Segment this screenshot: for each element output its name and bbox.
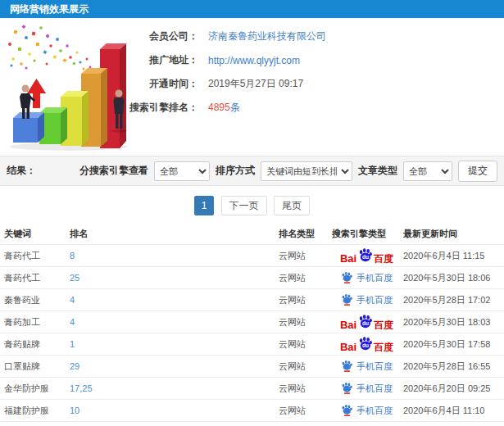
baidu-mobile-label: 手机百度 (356, 383, 393, 395)
rank-link[interactable]: 4 (70, 317, 279, 327)
next-page-button[interactable]: 下一页 (221, 196, 267, 215)
filter-controls: 分搜索引擎查看 全部 排序方式 关键词由短到长排序 文章类型 全部 提交 (79, 161, 497, 182)
keyword-cell: 膏药贴牌 (0, 338, 70, 351)
rank-type-cell: 云网站 (279, 338, 332, 351)
submit-button[interactable]: 提交 (458, 161, 497, 182)
table-row: 膏药代工 8 云网站 Baidu百度 2020年6月4日 11:15 (0, 244, 504, 266)
baidu-logo-cn-text: 百度 (374, 254, 393, 264)
table-row: 膏药代工 25 云网站 手机百度 2020年5月30日 18:06 (0, 266, 504, 288)
baidu-mobile-badge: 手机百度 (341, 271, 393, 285)
rank-link[interactable]: 4 (70, 295, 279, 305)
search-engine-cell: 手机百度 (332, 404, 402, 418)
updated-time-cell: 2020年6月4日 11:15 (402, 250, 504, 262)
rank-count-label: 搜索引擎排名： (0, 101, 198, 115)
table-row: 口罩贴牌 29 云网站 手机百度 2020年5月28日 16:55 (0, 355, 504, 377)
baidu-mobile-paw-icon (341, 271, 353, 285)
keyword-cell: 膏药加工 (0, 316, 70, 329)
rank-count-number: 4895 (208, 102, 230, 113)
keyword-cell: 膏药代工 (0, 272, 70, 284)
open-time-label: 开通时间： (0, 77, 198, 91)
rank-type-cell: 云网站 (279, 360, 332, 373)
page-title-bar: 网络营销效果展示 (0, 0, 504, 18)
svg-text:du: du (362, 320, 369, 326)
page-1-button[interactable]: 1 (194, 196, 214, 215)
promo-url-label: 推广地址： (0, 53, 198, 67)
baidu-paw-icon: du (357, 314, 373, 330)
article-type-select[interactable]: 全部 (403, 161, 452, 181)
search-engine-cell: 手机百度 (332, 360, 402, 374)
search-engine-cell: Baidu百度 (332, 336, 402, 352)
table-row: 膏药贴牌 1 云网站 Baidu百度 2020年5月30日 17:58 (0, 333, 504, 355)
search-engine-cell: 手机百度 (332, 293, 402, 307)
baidu-mobile-badge: 手机百度 (341, 360, 393, 374)
table-row: 手机百度 (0, 421, 504, 426)
rank-link[interactable]: 8 (70, 251, 279, 261)
rank-type-cell: 云网站 (279, 272, 332, 284)
info-row-open-time: 开通时间： 2019年5月27日 09:17 (0, 72, 504, 96)
sort-filter-select[interactable]: 关键词由短到长排序 (261, 161, 352, 181)
keyword-cell: 福建防护服 (0, 405, 70, 417)
baidu-logo-cn-text: 百度 (374, 342, 393, 352)
updated-time-cell: 2020年6月20日 09:25 (402, 383, 504, 395)
rank-link[interactable]: 17,25 (70, 383, 279, 393)
filter-bar: 结果： 分搜索引擎查看 全部 排序方式 关键词由短到长排序 文章类型 全部 提交 (0, 156, 504, 186)
rank-count-unit: 条 (230, 102, 240, 113)
rank-link[interactable]: 1 (70, 339, 279, 349)
company-link[interactable]: 济南秦鲁药业科技有限公司 (208, 29, 326, 43)
engine-filter-label: 分搜索引擎查看 (79, 164, 148, 178)
info-row-company: 会员公司： 济南秦鲁药业科技有限公司 (0, 25, 504, 48)
header-keyword: 关键词 (0, 228, 70, 240)
baidu-logo-bai-text: Bai (340, 253, 356, 264)
updated-time-cell: 2020年5月30日 17:58 (402, 338, 504, 351)
rank-link[interactable]: 29 (70, 361, 279, 371)
rank-type-cell: 云网站 (279, 250, 332, 262)
rank-type-cell: 云网站 (279, 316, 332, 329)
svg-text:du: du (362, 254, 369, 260)
baidu-mobile-paw-icon (341, 404, 353, 418)
baidu-paw-icon: du (357, 247, 373, 264)
table-header-row: 关键词 排名 排名类型 搜索引擎类型 最新更新时间 (0, 224, 504, 244)
search-engine-cell: Baidu百度 (332, 314, 402, 330)
header-engine-type: 搜索引擎类型 (332, 228, 402, 240)
table-row: 金华防护服 17,25 云网站 手机百度 2020年6月20日 09:25 (0, 377, 504, 399)
table-row: 福建防护服 10 云网站 手机百度 2020年6月4日 11:10 (0, 399, 504, 421)
header-updated: 最新更新时间 (402, 228, 504, 240)
rank-type-cell: 云网站 (279, 294, 332, 306)
promo-url-link[interactable]: http://www.qlyyjt.com (208, 55, 300, 66)
baidu-pc-logo: Baidu百度 (340, 247, 393, 264)
info-row-rank-count: 搜索引擎排名： 4895条 (0, 96, 504, 120)
table-row: 膏药加工 4 云网站 Baidu百度 2020年5月30日 18:03 (0, 310, 504, 333)
keyword-cell: 金华防护服 (0, 383, 70, 395)
table-body: 膏药代工 8 云网站 Baidu百度 2020年6月4日 11:15 膏药代工 … (0, 244, 504, 426)
header-rank-type: 排名类型 (279, 228, 332, 240)
baidu-mobile-label: 手机百度 (356, 405, 393, 417)
pagination: 1 下一页 尾页 (0, 196, 504, 215)
updated-time-cell: 2020年5月30日 18:06 (402, 272, 504, 284)
open-time-value: 2019年5月27日 09:17 (208, 77, 303, 91)
member-info-section: 会员公司： 济南秦鲁药业科技有限公司 推广地址： http://www.qlyy… (0, 18, 504, 156)
rank-link[interactable]: 10 (70, 406, 279, 415)
rank-link[interactable]: 25 (70, 273, 279, 283)
baidu-pc-logo: Baidu百度 (340, 314, 393, 330)
baidu-mobile-label: 手机百度 (356, 272, 393, 284)
info-row-url: 推广地址： http://www.qlyyjt.com (0, 48, 504, 72)
last-page-button[interactable]: 尾页 (274, 196, 310, 215)
engine-filter-select[interactable]: 全部 (154, 161, 210, 181)
svg-text:du: du (362, 342, 369, 348)
search-engine-cell: 手机百度 (332, 271, 402, 285)
baidu-mobile-paw-icon (341, 382, 353, 396)
company-label: 会员公司： (0, 29, 198, 43)
updated-time-cell: 2020年5月30日 18:03 (402, 316, 504, 329)
updated-time-cell: 2020年6月4日 11:10 (402, 405, 504, 417)
baidu-logo-cn-text: 百度 (374, 320, 393, 330)
baidu-mobile-paw-icon (341, 360, 353, 374)
results-table: 关键词 排名 排名类型 搜索引擎类型 最新更新时间 膏药代工 8 云网站 Bai… (0, 224, 504, 426)
search-engine-cell: Baidu百度 (332, 247, 402, 264)
baidu-paw-icon: du (357, 336, 373, 352)
baidu-mobile-badge: 手机百度 (341, 404, 393, 418)
baidu-mobile-label: 手机百度 (356, 360, 393, 373)
table-row: 秦鲁药业 4 云网站 手机百度 2020年5月28日 17:02 (0, 288, 504, 310)
result-label: 结果： (7, 164, 36, 178)
sort-filter-label: 排序方式 (216, 164, 255, 178)
search-engine-cell: 手机百度 (332, 382, 402, 396)
